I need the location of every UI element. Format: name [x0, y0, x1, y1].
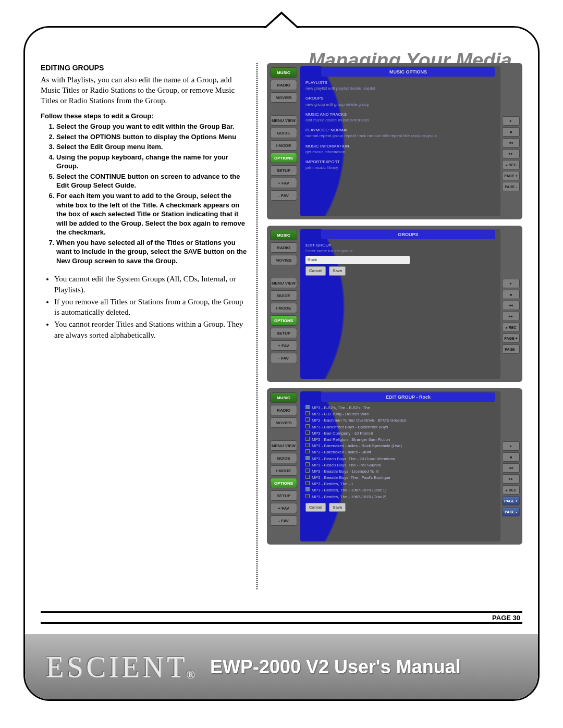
options-button[interactable]: OPTIONS: [270, 315, 297, 326]
movies-button[interactable]: MOVIES: [270, 92, 297, 103]
track-row[interactable]: MP3 - Barenaked Ladies - Stunt: [305, 449, 495, 455]
radio-button[interactable]: RADIO: [270, 405, 297, 415]
track-row[interactable]: MP3 - Beastie Boys - Licensed To Ill: [305, 468, 495, 474]
pagedn-button[interactable]: PAGE -: [502, 344, 520, 354]
ffwd-button[interactable]: ▸▸: [502, 474, 520, 484]
track-row[interactable]: MP3 - Bad Company - 10 From 6: [305, 430, 495, 436]
step-item: When you have selected all of the Titles…: [56, 238, 247, 266]
opt-group-items[interactable]: new group edit group delete group: [305, 102, 495, 107]
movies-button[interactable]: MOVIES: [270, 255, 297, 265]
opt-group-items[interactable]: edit music delete music edit tracks: [305, 117, 495, 123]
setup-button[interactable]: SETUP: [270, 328, 297, 338]
ffwd-button[interactable]: ▸▸: [502, 312, 520, 321]
opt-group-items[interactable]: print music library: [305, 165, 495, 170]
pageup-button[interactable]: PAGE +: [502, 496, 520, 505]
opt-group-items[interactable]: new playlist edit playlist delete playli…: [305, 85, 495, 91]
play-button[interactable]: ▸: [502, 116, 520, 126]
track-checkbox[interactable]: [305, 417, 310, 422]
group-name-input[interactable]: Rock: [305, 256, 410, 264]
cancel-button[interactable]: Cancel: [305, 503, 326, 512]
page-number-bar: PAGE 30: [41, 611, 522, 624]
track-checkbox[interactable]: [305, 430, 310, 435]
opt-group-items[interactable]: normal repeat group repeat track random …: [305, 133, 495, 139]
music-button[interactable]: MUSIC: [270, 67, 297, 78]
track-row[interactable]: MP3 - Beach Boys, The - 20 Good Vibratio…: [305, 456, 495, 462]
track-row[interactable]: MP3 - Beatles, The - 1: [305, 481, 495, 487]
track-checkbox[interactable]: [305, 449, 310, 453]
rewind-button[interactable]: ◂◂: [502, 301, 520, 310]
pageup-button[interactable]: PAGE +: [502, 334, 520, 343]
stop-button[interactable]: ■: [502, 127, 520, 137]
guide-button[interactable]: GUIDE: [270, 290, 297, 301]
track-checkbox[interactable]: [305, 468, 310, 473]
music-button[interactable]: MUSIC: [270, 230, 297, 240]
track-checkbox[interactable]: [305, 462, 310, 466]
imode-button[interactable]: I MODE: [270, 140, 297, 151]
opt-group-items[interactable]: get music information: [305, 149, 495, 155]
setup-button[interactable]: SETUP: [270, 490, 297, 501]
save-button[interactable]: Save: [329, 266, 346, 275]
radio-button[interactable]: RADIO: [270, 80, 297, 90]
music-button[interactable]: MUSIC: [270, 392, 297, 403]
subfav-button[interactable]: - FAV: [270, 190, 297, 201]
menuview-button[interactable]: MENU VIEW: [270, 115, 297, 126]
guide-button[interactable]: GUIDE: [270, 453, 297, 463]
ss-main: MUSIC OPTIONS PLAYLISTSnew playlist edit…: [300, 66, 500, 216]
track-checkbox[interactable]: [305, 405, 310, 409]
opt-group-heading: GROUPS: [305, 95, 495, 101]
setup-button[interactable]: SETUP: [270, 165, 297, 176]
track-row[interactable]: MP3 - Barenaked Ladies - Rock Spectacle …: [305, 443, 495, 449]
subfav-button[interactable]: - FAV: [270, 515, 297, 526]
pagedn-button[interactable]: PAGE -: [502, 507, 520, 516]
options-button[interactable]: OPTIONS: [270, 478, 297, 488]
stop-button[interactable]: ■: [502, 452, 520, 462]
pagedn-button[interactable]: PAGE -: [502, 182, 520, 191]
save-button[interactable]: Save: [329, 503, 346, 512]
track-checkbox[interactable]: [305, 424, 310, 428]
play-button[interactable]: ▸: [502, 279, 520, 288]
track-row[interactable]: MP3 - B-52's, The - B-52's, The: [305, 405, 495, 411]
rewind-button[interactable]: ◂◂: [502, 138, 520, 147]
track-row[interactable]: MP3 - Backstreet Boys - Backstreet Boys: [305, 424, 495, 430]
options-button[interactable]: OPTIONS: [270, 153, 297, 163]
rec-button[interactable]: ● REC: [502, 323, 520, 332]
subfav-button[interactable]: - FAV: [270, 353, 297, 363]
guide-button[interactable]: GUIDE: [270, 128, 297, 138]
track-checkbox[interactable]: [305, 437, 310, 441]
rewind-button[interactable]: ◂◂: [502, 463, 520, 473]
movies-button[interactable]: MOVIES: [270, 417, 297, 428]
ffwd-button[interactable]: ▸▸: [502, 149, 520, 158]
track-checkbox[interactable]: [305, 411, 310, 415]
panel-title: MUSIC OPTIONS: [321, 67, 495, 77]
addfav-button[interactable]: + FAV: [270, 178, 297, 188]
addfav-button[interactable]: + FAV: [270, 503, 297, 513]
pageup-button[interactable]: PAGE +: [502, 171, 520, 180]
track-checkbox[interactable]: [305, 456, 310, 460]
track-row[interactable]: MP3 - Beatles, The - 1967-1970 (Disc 2): [305, 494, 495, 500]
radio-button[interactable]: RADIO: [270, 242, 297, 253]
ss-main: EDIT GROUP - Rock MP3 - B-52's, The - B-…: [300, 391, 500, 541]
menuview-button[interactable]: MENU VIEW: [270, 278, 297, 288]
track-checkbox[interactable]: [305, 443, 310, 447]
addfav-button[interactable]: + FAV: [270, 340, 297, 351]
track-row[interactable]: MP3 - B.B. King - Deuces Wild: [305, 411, 495, 417]
track-checkbox[interactable]: [305, 481, 310, 485]
menuview-button[interactable]: MENU VIEW: [270, 440, 297, 451]
track-row[interactable]: MP3 - Bachman Turner Overdrive - BTO's G…: [305, 417, 495, 423]
stop-button[interactable]: ■: [502, 290, 520, 299]
panel-title: GROUPS: [321, 230, 495, 239]
cancel-button[interactable]: Cancel: [305, 266, 326, 275]
track-checkbox[interactable]: [305, 475, 310, 479]
track-checkbox[interactable]: [305, 494, 310, 498]
play-button[interactable]: ▸: [502, 441, 520, 451]
rec-button[interactable]: ● REC: [502, 160, 520, 169]
rec-button[interactable]: ● REC: [502, 485, 520, 495]
track-row[interactable]: MP3 - Beach Boys, The - Pet Sounds: [305, 462, 495, 468]
track-row[interactable]: MP3 - Beatles, The - 1967-1970 (Disc 1): [305, 487, 495, 493]
track-checkbox[interactable]: [305, 487, 310, 491]
track-row[interactable]: MP3 - Bad Religion - Stranger than Ficti…: [305, 437, 495, 442]
brand-logo: ESCIENT®: [46, 650, 200, 684]
imode-button[interactable]: I MODE: [270, 465, 297, 476]
imode-button[interactable]: I MODE: [270, 303, 297, 313]
track-row[interactable]: MP3 - Beastie Boys, The - Paul's Boutiqu…: [305, 475, 495, 480]
